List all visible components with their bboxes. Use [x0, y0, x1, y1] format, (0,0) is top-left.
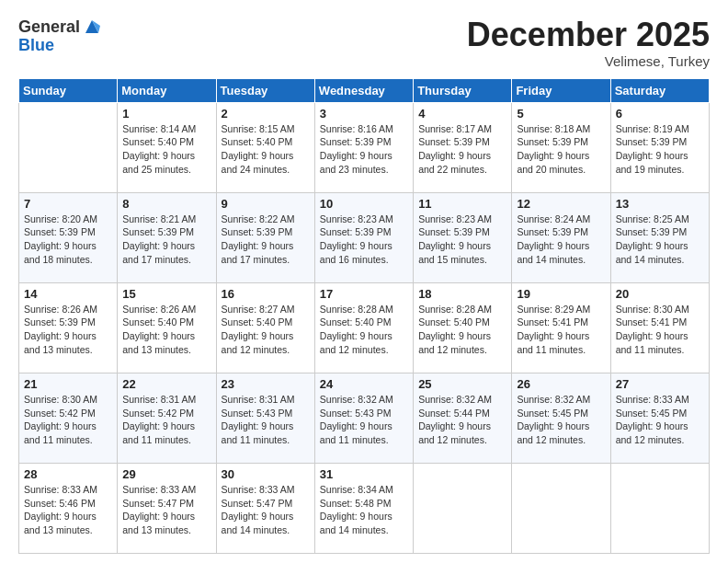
day-number: 16: [222, 287, 310, 301]
day-info-line: Sunset: 5:43 PM: [320, 407, 408, 420]
day-number: 29: [122, 467, 210, 481]
day-number: 6: [616, 107, 704, 121]
day-number: 28: [24, 467, 112, 481]
day-info-line: Sunset: 5:40 PM: [122, 135, 210, 149]
day-info-line: Sunrise: 8:28 AM: [320, 303, 408, 316]
day-info-line: Sunrise: 8:33 AM: [122, 483, 210, 497]
day-info-line: Sunrise: 8:31 AM: [222, 393, 310, 407]
day-info-line: Sunset: 5:41 PM: [616, 316, 704, 329]
header: General Blue December 2025 Velimese, Tur…: [18, 17, 710, 69]
day-info: Sunrise: 8:28 AMSunset: 5:40 PMDaylight:…: [418, 303, 506, 357]
day-info-line: Sunset: 5:39 PM: [418, 225, 506, 239]
table-row: 5Sunrise: 8:18 AMSunset: 5:39 PMDaylight…: [512, 102, 610, 192]
day-info-line: Sunrise: 8:33 AM: [222, 483, 310, 497]
day-number: 19: [517, 287, 605, 301]
day-number: 4: [418, 107, 506, 121]
table-row: 15Sunrise: 8:26 AMSunset: 5:40 PMDayligh…: [118, 282, 216, 373]
calendar-week-row: 1Sunrise: 8:14 AMSunset: 5:40 PMDaylight…: [19, 102, 710, 192]
calendar-week-row: 7Sunrise: 8:20 AMSunset: 5:39 PMDaylight…: [19, 192, 710, 282]
col-sunday: Sunday: [19, 78, 118, 102]
logo-icon: [82, 17, 102, 37]
day-info: Sunrise: 8:17 AMSunset: 5:39 PMDaylight:…: [418, 122, 506, 177]
day-number: 3: [320, 107, 408, 121]
table-row: 18Sunrise: 8:28 AMSunset: 5:40 PMDayligh…: [414, 282, 512, 373]
table-row: 7Sunrise: 8:20 AMSunset: 5:39 PMDaylight…: [19, 192, 118, 282]
table-row: 26Sunrise: 8:32 AMSunset: 5:45 PMDayligh…: [512, 373, 610, 463]
day-info-line: Daylight: 9 hours and 24 minutes.: [222, 149, 310, 176]
day-info-line: Sunrise: 8:20 AM: [24, 213, 112, 226]
day-info-line: Sunset: 5:39 PM: [517, 225, 605, 239]
table-row: 31Sunrise: 8:34 AMSunset: 5:48 PMDayligh…: [314, 463, 413, 553]
table-row: 27Sunrise: 8:33 AMSunset: 5:45 PMDayligh…: [610, 373, 709, 463]
day-number: 14: [24, 287, 112, 301]
table-row: [19, 102, 118, 192]
table-row: 20Sunrise: 8:30 AMSunset: 5:41 PMDayligh…: [610, 282, 709, 373]
table-row: 14Sunrise: 8:26 AMSunset: 5:39 PMDayligh…: [19, 282, 118, 373]
day-info: Sunrise: 8:23 AMSunset: 5:39 PMDaylight:…: [320, 213, 408, 267]
day-info-line: Sunset: 5:46 PM: [24, 497, 112, 511]
day-info: Sunrise: 8:31 AMSunset: 5:43 PMDaylight:…: [222, 393, 310, 447]
day-info: Sunrise: 8:30 AMSunset: 5:41 PMDaylight:…: [616, 303, 704, 357]
day-info-line: Daylight: 9 hours and 14 minutes.: [616, 239, 704, 266]
day-number: 27: [616, 377, 704, 391]
day-number: 5: [517, 107, 605, 121]
day-info: Sunrise: 8:24 AMSunset: 5:39 PMDaylight:…: [517, 213, 605, 267]
day-number: 11: [418, 197, 506, 211]
day-info: Sunrise: 8:33 AMSunset: 5:46 PMDaylight:…: [24, 483, 112, 537]
table-row: 29Sunrise: 8:33 AMSunset: 5:47 PMDayligh…: [118, 463, 216, 553]
day-info: Sunrise: 8:20 AMSunset: 5:39 PMDaylight:…: [24, 213, 112, 267]
day-info-line: Daylight: 9 hours and 13 minutes.: [24, 510, 112, 536]
day-info-line: Sunrise: 8:33 AM: [616, 393, 704, 407]
col-saturday: Saturday: [610, 78, 709, 102]
day-info-line: Sunset: 5:40 PM: [418, 316, 506, 329]
day-info-line: Sunset: 5:39 PM: [222, 225, 310, 239]
table-row: 11Sunrise: 8:23 AMSunset: 5:39 PMDayligh…: [414, 192, 512, 282]
day-info-line: Daylight: 9 hours and 25 minutes.: [122, 149, 210, 176]
day-info-line: Sunset: 5:39 PM: [24, 316, 112, 329]
day-info: Sunrise: 8:30 AMSunset: 5:42 PMDaylight:…: [24, 393, 112, 447]
day-info-line: Daylight: 9 hours and 12 minutes.: [222, 329, 310, 356]
calendar-week-row: 21Sunrise: 8:30 AMSunset: 5:42 PMDayligh…: [19, 373, 710, 463]
day-info: Sunrise: 8:29 AMSunset: 5:41 PMDaylight:…: [517, 303, 605, 357]
day-info-line: Sunrise: 8:31 AM: [122, 393, 210, 407]
day-info: Sunrise: 8:15 AMSunset: 5:40 PMDaylight:…: [222, 122, 310, 177]
day-info: Sunrise: 8:32 AMSunset: 5:45 PMDaylight:…: [517, 393, 605, 447]
day-info: Sunrise: 8:33 AMSunset: 5:47 PMDaylight:…: [222, 483, 310, 537]
day-info-line: Sunrise: 8:22 AM: [222, 213, 310, 226]
day-info-line: Daylight: 9 hours and 23 minutes.: [320, 149, 408, 176]
day-number: 17: [320, 287, 408, 301]
day-number: 23: [222, 377, 310, 391]
day-info-line: Sunrise: 8:15 AM: [222, 122, 310, 136]
day-number: 22: [122, 377, 210, 391]
day-info: Sunrise: 8:16 AMSunset: 5:39 PMDaylight:…: [320, 122, 408, 177]
table-row: 21Sunrise: 8:30 AMSunset: 5:42 PMDayligh…: [19, 373, 118, 463]
day-info-line: Sunset: 5:40 PM: [222, 316, 310, 329]
day-number: 1: [122, 107, 210, 121]
day-number: 24: [320, 377, 408, 391]
day-info-line: Sunset: 5:39 PM: [616, 225, 704, 239]
logo-blue-text: Blue: [18, 37, 102, 55]
day-info: Sunrise: 8:19 AMSunset: 5:39 PMDaylight:…: [616, 122, 704, 177]
day-number: 12: [517, 197, 605, 211]
day-info-line: Daylight: 9 hours and 11 minutes.: [517, 329, 605, 356]
day-info-line: Daylight: 9 hours and 12 minutes.: [320, 329, 408, 356]
day-number: 15: [122, 287, 210, 301]
day-number: 13: [616, 197, 704, 211]
day-info: Sunrise: 8:27 AMSunset: 5:40 PMDaylight:…: [222, 303, 310, 357]
day-info: Sunrise: 8:21 AMSunset: 5:39 PMDaylight:…: [122, 213, 210, 267]
day-number: 21: [24, 377, 112, 391]
table-row: 4Sunrise: 8:17 AMSunset: 5:39 PMDaylight…: [414, 102, 512, 192]
day-info-line: Sunset: 5:47 PM: [122, 497, 210, 511]
day-number: 18: [418, 287, 506, 301]
day-info: Sunrise: 8:31 AMSunset: 5:42 PMDaylight:…: [122, 393, 210, 447]
day-number: 26: [517, 377, 605, 391]
day-info-line: Daylight: 9 hours and 11 minutes.: [222, 419, 310, 446]
day-info-line: Sunrise: 8:18 AM: [517, 122, 605, 136]
day-info: Sunrise: 8:18 AMSunset: 5:39 PMDaylight:…: [517, 122, 605, 177]
day-info-line: Sunrise: 8:23 AM: [418, 213, 506, 226]
day-info-line: Daylight: 9 hours and 12 minutes.: [418, 419, 506, 446]
day-info: Sunrise: 8:33 AMSunset: 5:47 PMDaylight:…: [122, 483, 210, 537]
day-info-line: Sunset: 5:39 PM: [418, 135, 506, 149]
day-info: Sunrise: 8:33 AMSunset: 5:45 PMDaylight:…: [616, 393, 704, 447]
day-number: 20: [616, 287, 704, 301]
